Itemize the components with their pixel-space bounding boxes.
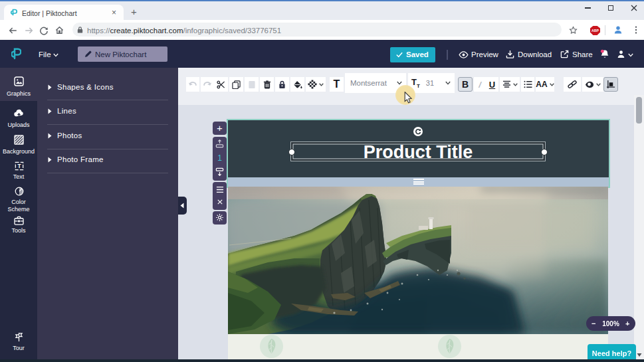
svg-text:ABP: ABP	[591, 29, 599, 33]
svg-text:T: T	[17, 163, 21, 169]
